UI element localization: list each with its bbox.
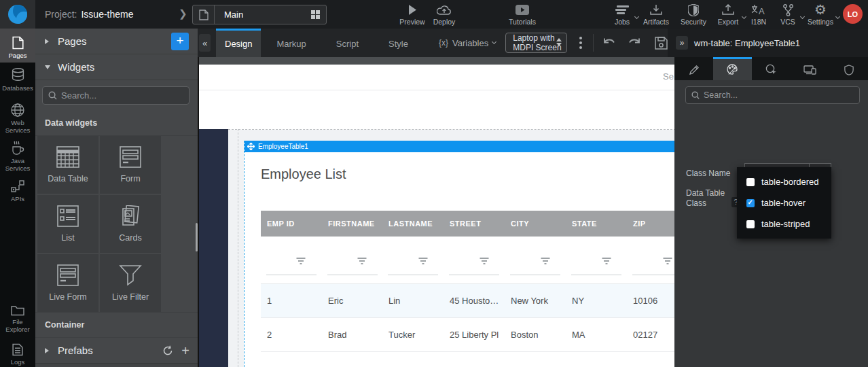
option-table-striped[interactable]: table-striped (737, 213, 831, 234)
tutorials-button[interactable]: Tutorials (503, 0, 542, 29)
jobs-button[interactable]: Jobs (609, 0, 636, 29)
filter-input[interactable] (327, 275, 378, 275)
tab-script[interactable]: Script (327, 29, 367, 57)
tab-properties[interactable] (674, 57, 713, 80)
option-table-bordered[interactable]: table-bordered (737, 171, 831, 192)
tab-events[interactable] (752, 57, 791, 80)
widget-tiles: Data Table Form List Cards Live Form Liv… (37, 136, 164, 312)
widget-tile-list[interactable]: List (37, 195, 98, 253)
rail-item-web-services[interactable]: Web Services (0, 103, 35, 134)
preview-button[interactable]: Preview (397, 0, 428, 29)
widget-selection-label: EmployeeTable1 (258, 143, 308, 150)
editor-tabs: Design Markup Script Style (216, 29, 417, 57)
table-cell: MA (572, 318, 585, 352)
widget-tile-live-filter[interactable]: Live Filter (100, 254, 161, 312)
expand-panel-button[interactable]: » (676, 36, 688, 50)
topbar-right-actions: Jobs Artifacts Security Export A I18N (609, 0, 837, 29)
filter-input[interactable] (388, 275, 438, 275)
table-row[interactable]: 2 Brad Tucker 25 Liberty Pl Boston MA 02… (261, 318, 674, 352)
page-structure-row[interactable]: Page Structure (35, 364, 198, 367)
toolbar-divider (593, 34, 594, 52)
column-header[interactable]: FIRSTNAME (328, 211, 375, 237)
app-logo[interactable] (0, 0, 35, 29)
widgets-section-header[interactable]: Widgets (35, 54, 198, 80)
settings-button[interactable]: ⚙ Settings (804, 0, 837, 29)
undo-icon[interactable] (602, 37, 617, 49)
property-search-input[interactable] (704, 90, 826, 100)
column-header[interactable]: ZIP (633, 211, 646, 237)
table-title: Employee List (261, 167, 346, 182)
table-cell: Eric (328, 284, 343, 318)
save-icon[interactable] (655, 37, 668, 50)
page-content[interactable]: EmployeeTable1 Employee List EMP ID FIRS… (199, 90, 674, 367)
table-widget-card[interactable]: EmployeeTable1 Employee List EMP ID FIRS… (244, 141, 674, 367)
prefabs-section-header[interactable]: Prefabs + (35, 338, 198, 364)
deploy-button[interactable]: Deploy (428, 0, 460, 29)
tab-style[interactable]: Style (380, 29, 417, 57)
collapse-left-panel-button[interactable]: « (199, 34, 211, 52)
user-avatar[interactable]: LO (843, 4, 863, 24)
rail-item-pages[interactable]: Pages (0, 29, 35, 63)
rail-item-databases[interactable]: Databases (0, 68, 35, 92)
checkbox-checked[interactable] (746, 199, 755, 207)
tab-devices[interactable] (791, 57, 829, 80)
rail-item-file-explorer[interactable]: File Explorer (0, 304, 35, 333)
tab-markup[interactable]: Markup (268, 29, 314, 57)
design-canvas[interactable]: Se EmployeeTable1 Employee List EMP ID F… (198, 57, 674, 367)
tab-design[interactable]: Design (216, 29, 261, 57)
table-cell: 2 (267, 318, 272, 352)
widget-search-input[interactable] (61, 90, 163, 101)
page-tab-main[interactable]: Main (192, 5, 327, 24)
widget-tile-live-form[interactable]: Live Form (37, 254, 98, 312)
table-cell: 25 Liberty Pl (450, 318, 499, 352)
column-header[interactable]: EMP ID (267, 211, 295, 237)
widget-selection-bar[interactable]: EmployeeTable1 (245, 141, 674, 152)
add-prefab-icon[interactable]: + (181, 345, 189, 357)
database-icon (12, 68, 24, 82)
rail-item-logs[interactable]: Logs (0, 343, 35, 366)
artifacts-button[interactable]: Artifacts (638, 0, 674, 29)
variables-button[interactable]: {x} Variables (439, 29, 496, 57)
page-left-nav[interactable] (199, 129, 228, 367)
table-cell: 45 Housto… (450, 284, 499, 318)
container-selection-border (228, 129, 674, 130)
filter-input[interactable] (266, 275, 317, 275)
filter-input[interactable] (510, 275, 560, 275)
column-header[interactable]: STATE (572, 211, 597, 237)
checkbox-unchecked[interactable] (746, 220, 755, 228)
export-button[interactable]: Export (713, 0, 743, 29)
filter-input[interactable] (571, 275, 621, 275)
option-table-hover[interactable]: table-hover (737, 192, 831, 213)
column-header[interactable]: CITY (511, 211, 529, 237)
column-header[interactable]: LASTNAME (388, 211, 433, 237)
filter-input[interactable] (632, 275, 674, 275)
pages-grid-icon[interactable] (311, 10, 320, 19)
coffee-cup-icon (11, 141, 24, 155)
more-options-button[interactable] (579, 37, 582, 49)
widget-tile-cards[interactable]: Cards (100, 195, 161, 253)
filter-input[interactable] (449, 275, 499, 275)
security-button[interactable]: Security (676, 0, 710, 29)
download-icon (650, 3, 662, 16)
cards-icon (120, 205, 141, 227)
canvas-toolbar: « Design Markup Script Style {x} Variabl… (198, 29, 668, 57)
tab-styles[interactable] (713, 57, 752, 80)
checkbox-unchecked[interactable] (746, 178, 755, 186)
i18n-button[interactable]: A I18N (746, 0, 772, 29)
device-select[interactable]: Laptop with MDPI Screen (505, 33, 567, 53)
table-row[interactable]: 1 Eric Lin 45 Housto… New York NY 10106 (261, 284, 674, 318)
rail-item-apis[interactable]: APIs (0, 179, 35, 203)
widget-tile-form[interactable]: Form (100, 136, 161, 194)
style-inspector: Class Name Data Table Class ? (674, 57, 868, 367)
column-header[interactable]: STREET (450, 211, 481, 237)
pages-section-header[interactable]: Pages + (35, 29, 198, 54)
widget-tile-data-table[interactable]: Data Table (37, 136, 98, 194)
vcs-button[interactable]: VCS (774, 0, 801, 29)
devices-icon (803, 65, 816, 75)
tab-security[interactable] (829, 57, 868, 80)
add-page-button[interactable]: + (171, 33, 189, 50)
redo-icon[interactable] (627, 37, 642, 49)
page-search-text[interactable]: Se (663, 71, 674, 82)
rail-item-java-services[interactable]: Java Services (0, 141, 35, 172)
chevron-right-icon[interactable]: ❯ (179, 7, 187, 20)
